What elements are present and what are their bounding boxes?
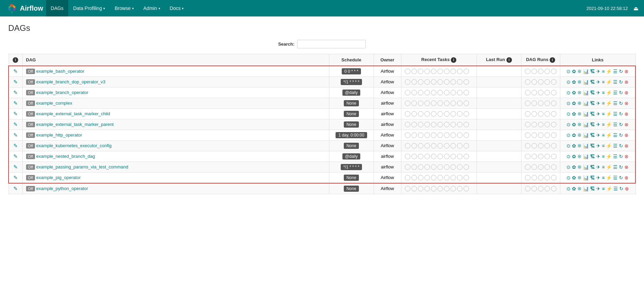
toggle-button[interactable]: Off — [26, 164, 35, 170]
dag-link[interactable]: example_kubernetes_executor_config — [36, 143, 112, 148]
trigger-dag-icon[interactable]: ⊙ — [566, 101, 571, 106]
tries-icon[interactable]: ≡ — [602, 164, 605, 170]
edit-dag-icon[interactable]: ✎ — [13, 186, 18, 191]
edit-dag-icon[interactable]: ✎ — [13, 175, 18, 180]
nav-dags[interactable]: DAGs — [46, 0, 68, 16]
duration-icon[interactable]: 📊 — [583, 111, 589, 117]
code-icon[interactable]: ⚡ — [606, 122, 612, 127]
nav-admin[interactable]: Admin ▾ — [139, 0, 165, 16]
landing-times-icon[interactable]: ✈ — [596, 186, 600, 191]
trigger-dag-icon[interactable]: ⊙ — [566, 90, 571, 95]
gantt-icon[interactable]: 🏗 — [590, 101, 595, 106]
duration-icon[interactable]: 📊 — [583, 101, 589, 106]
toggle-button[interactable]: Off — [26, 175, 35, 180]
refresh-icon[interactable]: ↻ — [619, 69, 623, 74]
toggle-button[interactable]: Off — [26, 101, 35, 106]
logs-icon[interactable]: ☰ — [613, 101, 618, 106]
logs-icon[interactable]: ☰ — [613, 132, 618, 138]
tree-icon[interactable]: ✿ — [572, 175, 576, 180]
gantt-icon[interactable]: 🏗 — [590, 111, 595, 117]
tree-icon[interactable]: ✿ — [572, 186, 576, 191]
edit-dag-icon[interactable]: ✎ — [13, 143, 18, 149]
delete-icon[interactable]: ⊗ — [624, 111, 629, 117]
delete-icon[interactable]: ⊗ — [624, 79, 629, 85]
trigger-dag-icon[interactable]: ⊙ — [566, 132, 571, 138]
search-input[interactable] — [297, 40, 366, 48]
delete-icon[interactable]: ⊗ — [624, 101, 629, 106]
code-icon[interactable]: ⚡ — [606, 90, 612, 95]
dag-link[interactable]: example_http_operator — [36, 132, 82, 138]
landing-times-icon[interactable]: ✈ — [596, 101, 600, 106]
trigger-dag-icon[interactable]: ⊙ — [566, 69, 571, 74]
dag-link[interactable]: example_branch_dop_operator_v3 — [36, 79, 106, 84]
landing-times-icon[interactable]: ✈ — [596, 122, 600, 127]
logs-icon[interactable]: ☰ — [613, 69, 618, 74]
toggle-button[interactable]: Off — [26, 154, 35, 159]
tries-icon[interactable]: ≡ — [602, 90, 605, 95]
tries-icon[interactable]: ≡ — [602, 69, 605, 74]
delete-icon[interactable]: ⊗ — [624, 175, 629, 180]
toggle-button[interactable]: Off — [26, 132, 35, 138]
tree-icon[interactable]: ✿ — [572, 90, 576, 95]
dag-link[interactable]: example_pig_operator — [36, 175, 81, 180]
duration-icon[interactable]: 📊 — [583, 175, 589, 180]
landing-times-icon[interactable]: ✈ — [596, 111, 600, 117]
delete-icon[interactable]: ⊗ — [624, 69, 629, 74]
refresh-icon[interactable]: ↻ — [619, 101, 623, 106]
graph-icon[interactable]: ❊ — [577, 69, 582, 74]
tries-icon[interactable]: ≡ — [602, 132, 605, 138]
logs-icon[interactable]: ☰ — [613, 111, 618, 117]
toggle-button[interactable]: Off — [26, 122, 35, 127]
tree-icon[interactable]: ✿ — [572, 79, 576, 85]
duration-icon[interactable]: 📊 — [583, 122, 589, 127]
trigger-dag-icon[interactable]: ⊙ — [566, 154, 571, 159]
gantt-icon[interactable]: 🏗 — [590, 164, 595, 170]
graph-icon[interactable]: ❊ — [577, 154, 582, 159]
code-icon[interactable]: ⚡ — [606, 175, 612, 180]
code-icon[interactable]: ⚡ — [606, 79, 612, 85]
delete-icon[interactable]: ⊗ — [625, 186, 629, 191]
tries-icon[interactable]: ≡ — [602, 154, 605, 159]
nav-data-profiling[interactable]: Data Profiling ▾ — [68, 0, 110, 16]
edit-dag-icon[interactable]: ✎ — [13, 153, 18, 159]
landing-times-icon[interactable]: ✈ — [596, 175, 600, 180]
code-icon[interactable]: ⚡ — [606, 164, 612, 170]
delete-icon[interactable]: ⊗ — [624, 132, 629, 138]
trigger-dag-icon[interactable]: ⊙ — [566, 175, 571, 180]
last-run-info-icon[interactable]: i — [506, 57, 512, 63]
trigger-dag-icon[interactable]: ⊙ — [566, 111, 571, 117]
tree-icon[interactable]: ✿ — [572, 111, 576, 117]
code-icon[interactable]: ⚡ — [606, 101, 612, 106]
brand[interactable]: Airflow — [5, 2, 43, 14]
refresh-icon[interactable]: ↻ — [619, 90, 623, 95]
delete-icon[interactable]: ⊗ — [624, 122, 629, 127]
graph-icon[interactable]: ❊ — [577, 79, 582, 85]
refresh-icon[interactable]: ↻ — [619, 122, 623, 127]
toggle-button[interactable]: Off — [26, 79, 35, 85]
tries-icon[interactable]: ≡ — [602, 143, 605, 149]
tries-icon[interactable]: ≡ — [602, 122, 605, 127]
graph-icon[interactable]: ❊ — [577, 164, 582, 170]
code-icon[interactable]: ⚡ — [606, 154, 612, 159]
gantt-icon[interactable]: 🏗 — [590, 90, 595, 95]
tries-icon[interactable]: ≡ — [602, 175, 605, 180]
dag-link[interactable]: example_nested_branch_dag — [36, 154, 95, 159]
graph-icon[interactable]: ❊ — [577, 90, 582, 95]
gantt-icon[interactable]: 🏗 — [590, 132, 595, 138]
graph-icon[interactable]: ❊ — [577, 122, 582, 127]
tree-icon[interactable]: ✿ — [572, 143, 576, 149]
toggle-button[interactable]: Off — [26, 69, 35, 74]
gantt-icon[interactable]: 🏗 — [590, 69, 595, 74]
delete-icon[interactable]: ⊗ — [624, 154, 629, 159]
gantt-icon[interactable]: 🏗 — [590, 154, 595, 159]
logs-icon[interactable]: ☰ — [613, 79, 618, 85]
logs-icon[interactable]: ☰ — [613, 186, 618, 191]
duration-icon[interactable]: 📊 — [583, 90, 589, 95]
nav-browse[interactable]: Browse ▾ — [110, 0, 139, 16]
graph-icon[interactable]: ❊ — [577, 101, 582, 106]
refresh-icon[interactable]: ↻ — [619, 186, 623, 191]
logs-icon[interactable]: ☰ — [613, 154, 618, 159]
tree-icon[interactable]: ✿ — [572, 122, 576, 127]
refresh-icon[interactable]: ↻ — [619, 164, 623, 170]
tree-icon[interactable]: ✿ — [572, 154, 576, 159]
